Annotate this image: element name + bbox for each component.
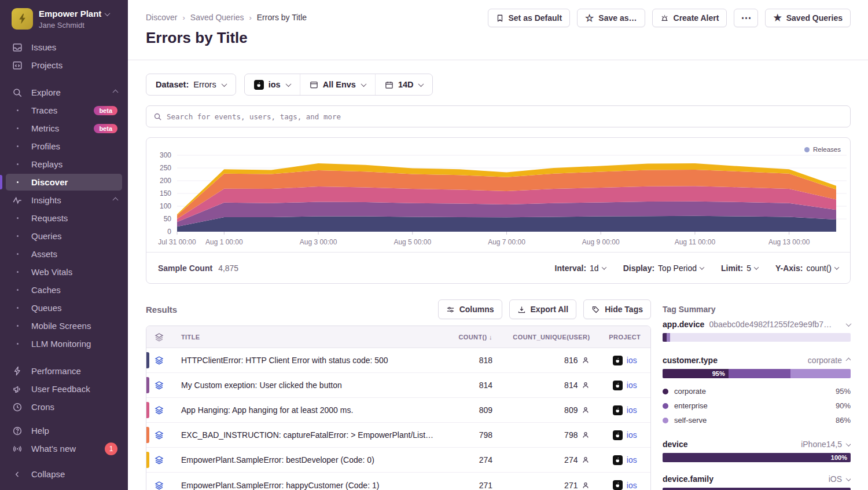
button-label: Export All (531, 305, 569, 314)
facet-legend-row[interactable]: enterprise 90% (663, 398, 851, 413)
facet-legend-row[interactable]: self-serve 86% (663, 413, 851, 427)
svg-text:100: 100 (160, 202, 171, 210)
layers-icon[interactable] (146, 455, 172, 465)
layers-icon[interactable] (146, 430, 172, 440)
legend-label: corporate (674, 387, 706, 396)
broadcast-icon (12, 444, 23, 454)
sidebar-item-metrics[interactable]: Metrics beta (0, 119, 128, 137)
layers-icon[interactable] (146, 481, 172, 490)
sidebar-collapse-button[interactable]: Collapse (0, 465, 128, 483)
column-header-count-unique[interactable]: COUNT_UNIQUE(USER) (502, 326, 599, 348)
sidebar-item-queries[interactable]: Queries (0, 227, 128, 245)
create-alert-button[interactable]: Create Alert (652, 9, 727, 27)
hide-tags-button[interactable]: Hide Tags (583, 299, 651, 319)
saved-queries-button[interactable]: ★ Saved Queries (765, 9, 851, 27)
sidebar-item-profiles[interactable]: Profiles (0, 137, 128, 155)
project-link[interactable]: ios (627, 405, 637, 415)
facet-bar[interactable] (663, 333, 851, 342)
table-row[interactable]: HTTPClientError: HTTP Client Error with … (146, 348, 650, 373)
columns-button[interactable]: Columns (438, 299, 502, 319)
sidebar-item-issues[interactable]: Issues (0, 38, 128, 56)
sidebar-item-assets[interactable]: Assets (0, 245, 128, 263)
project-filter[interactable]: ios (245, 74, 300, 95)
legend-label: enterprise (674, 401, 708, 410)
error-title[interactable]: EmpowerPlant.SampleError: happyCustomer … (172, 473, 448, 490)
column-header-count[interactable]: COUNT() ↓ (448, 326, 502, 348)
table-row[interactable]: EmpowerPlant.SampleError: happyCustomer … (146, 473, 650, 490)
sidebar-item-crons[interactable]: Crons (0, 398, 128, 416)
display-selector[interactable]: Display:Top Period (623, 264, 704, 273)
layers-icon[interactable] (146, 381, 172, 390)
sidebar-item-help[interactable]: Help (0, 422, 128, 440)
error-title[interactable]: My Custom exeption: User clicked the but… (172, 373, 448, 398)
date-range-filter[interactable]: 14D (375, 74, 433, 95)
facet-bar[interactable]: 95% (663, 369, 851, 378)
facet-app-device-header[interactable]: app.device 0baebc0de4982f1255f2e9e9fb7… (663, 320, 851, 329)
chart-legend[interactable]: Releases (804, 146, 841, 153)
sidebar-item-caches[interactable]: Caches (0, 281, 128, 299)
sidebar-item-mobile-screens[interactable]: Mobile Screens (0, 317, 128, 335)
breadcrumb-saved-queries[interactable]: Saved Queries (190, 13, 244, 22)
table-row[interactable]: App Hanging: App hanging for at least 20… (146, 398, 650, 423)
sidebar-item-label: Assets (31, 249, 57, 259)
column-header-project[interactable]: PROJECT (599, 326, 650, 348)
limit-label: Limit: (721, 264, 743, 273)
project-link[interactable]: ios (627, 356, 637, 365)
sidebar-item-requests[interactable]: Requests (0, 209, 128, 227)
sidebar-item-llm-monitoring[interactable]: LLM Monitoring (0, 335, 128, 353)
page-header: Discover › Saved Queries › Errors by Tit… (128, 0, 868, 60)
error-title[interactable]: EXC_BAD_INSTRUCTION: captureFatalError: … (172, 423, 448, 448)
facet-bar[interactable]: 100% (663, 488, 851, 490)
sidebar-item-web-vitals[interactable]: Web Vitals (0, 263, 128, 281)
facet-device-header[interactable]: device iPhone14,5 (663, 440, 851, 449)
layers-icon[interactable] (146, 405, 172, 415)
sidebar-item-traces[interactable]: Traces beta (0, 101, 128, 119)
sidebar-item-queues[interactable]: Queues (0, 299, 128, 317)
facet-device-family-header[interactable]: device.family iOS (663, 474, 851, 484)
environment-filter[interactable]: All Envs (300, 74, 375, 95)
project-link[interactable]: ios (627, 381, 637, 390)
facet-legend-row[interactable]: corporate 95% (663, 384, 851, 398)
save-as-button[interactable]: ☆ Save as… (577, 9, 645, 27)
sidebar-item-user-feedback[interactable]: User Feedback (0, 380, 128, 398)
column-header-title[interactable]: TITLE (172, 326, 448, 348)
search-input[interactable] (167, 112, 843, 121)
breadcrumb-discover[interactable]: Discover (146, 13, 177, 22)
facet-customer-type-header[interactable]: customer.type corporate (663, 356, 851, 365)
limit-selector[interactable]: Limit:5 (721, 264, 758, 273)
interval-selector[interactable]: Interval:1d (555, 264, 606, 273)
sidebar-item-discover[interactable]: Discover (0, 173, 128, 191)
dataset-selector[interactable]: Dataset:Errors (146, 74, 236, 96)
sidebar-item-performance[interactable]: Performance (0, 362, 128, 380)
stacked-area-chart[interactable]: 050100150200250300Jul 31 00:00Aug 1 00:0… (146, 138, 850, 252)
svg-text:Aug 13 00:00: Aug 13 00:00 (768, 238, 810, 246)
sidebar-item-label: Crons (31, 402, 54, 412)
project-link[interactable]: ios (627, 430, 637, 440)
yaxis-selector[interactable]: Y-Axis:count() (775, 264, 838, 273)
pulse-icon (12, 195, 23, 206)
export-all-button[interactable]: Export All (509, 299, 577, 319)
facet-bar[interactable]: 100% (663, 453, 851, 462)
table-row[interactable]: My Custom exeption: User clicked the but… (146, 373, 650, 398)
sidebar-item-replays[interactable]: Replays (0, 155, 128, 173)
sidebar-item-projects[interactable]: Projects (0, 56, 128, 74)
error-title[interactable]: App Hanging: App hanging for at least 20… (172, 398, 448, 423)
table-row[interactable]: EmpowerPlant.SampleError: bestDeveloper … (146, 448, 650, 473)
error-title[interactable]: HTTPClientError: HTTP Client Error with … (172, 348, 448, 373)
sidebar-item-whats-new[interactable]: What's new 1 (0, 440, 128, 458)
set-as-default-button[interactable]: Set as Default (488, 9, 571, 27)
more-options-button[interactable]: ⋯ (734, 9, 758, 27)
project-link[interactable]: ios (627, 455, 637, 465)
table-row[interactable]: EXC_BAD_INSTRUCTION: captureFatalError: … (146, 423, 650, 448)
sidebar-section-explore[interactable]: Explore (0, 83, 128, 101)
sidebar-item-label: Help (31, 426, 49, 436)
search-bar[interactable] (146, 105, 851, 127)
chart-canvas: 050100150200250300Jul 31 00:00Aug 1 00:0… (146, 138, 850, 252)
project-link[interactable]: ios (627, 481, 637, 490)
error-title[interactable]: EmpowerPlant.SampleError: bestDeveloper … (172, 448, 448, 473)
sidebar-section-insights[interactable]: Insights (0, 191, 128, 209)
svg-text:300: 300 (160, 151, 171, 159)
button-label: Set as Default (509, 13, 562, 23)
layers-icon[interactable] (146, 356, 172, 365)
org-switcher[interactable]: Empower Plant Jane Schmidt (0, 8, 128, 38)
